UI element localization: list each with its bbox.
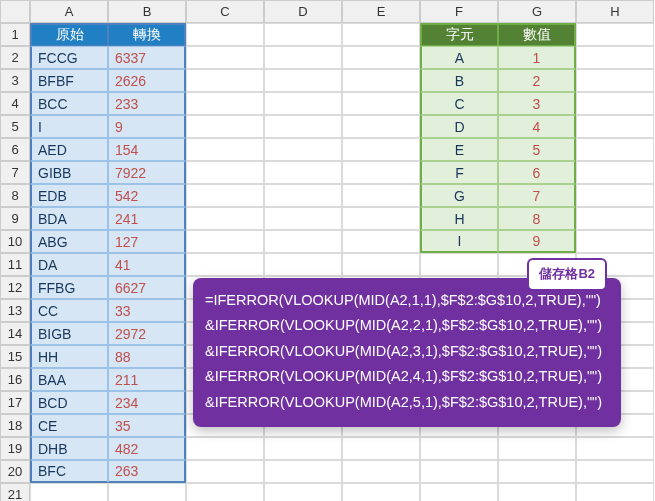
empty-cell[interactable] [186,184,264,207]
data-converted[interactable]: 263 [108,460,186,483]
data-char[interactable]: E [420,138,498,161]
data-converted[interactable]: 88 [108,345,186,368]
data-converted[interactable]: 2626 [108,69,186,92]
data-converted[interactable]: 6627 [108,276,186,299]
data-converted[interactable]: 6337 [108,46,186,69]
data-original[interactable]: BCC [30,92,108,115]
empty-cell[interactable] [264,437,342,460]
empty-cell[interactable] [264,92,342,115]
empty-cell[interactable] [186,46,264,69]
empty-cell[interactable] [342,437,420,460]
row-header[interactable]: 17 [0,391,30,414]
empty-cell[interactable] [342,230,420,253]
empty-cell[interactable] [498,483,576,501]
column-header[interactable]: B [108,0,186,23]
row-header[interactable]: 18 [0,414,30,437]
data-converted[interactable]: 482 [108,437,186,460]
empty-cell[interactable] [186,69,264,92]
column-header[interactable]: C [186,0,264,23]
empty-cell[interactable] [576,138,654,161]
empty-cell[interactable] [186,138,264,161]
data-char[interactable]: B [420,69,498,92]
empty-cell[interactable] [576,23,654,46]
empty-cell[interactable] [342,483,420,501]
column-header[interactable]: D [264,0,342,23]
data-converted[interactable]: 41 [108,253,186,276]
empty-cell[interactable] [264,46,342,69]
empty-cell[interactable] [264,230,342,253]
column-header[interactable]: E [342,0,420,23]
empty-cell[interactable] [342,92,420,115]
row-header[interactable]: 4 [0,92,30,115]
data-value[interactable]: 2 [498,69,576,92]
empty-cell[interactable] [498,437,576,460]
row-header[interactable]: 13 [0,299,30,322]
data-original[interactable]: HH [30,345,108,368]
empty-cell[interactable] [576,92,654,115]
row-header[interactable]: 6 [0,138,30,161]
data-char[interactable]: G [420,184,498,207]
data-original[interactable]: CC [30,299,108,322]
row-header[interactable]: 14 [0,322,30,345]
data-original[interactable]: BDA [30,207,108,230]
row-header[interactable]: 7 [0,161,30,184]
empty-cell[interactable] [264,253,342,276]
column-header[interactable]: F [420,0,498,23]
row-header[interactable]: 10 [0,230,30,253]
data-value[interactable]: 9 [498,230,576,253]
data-char[interactable]: A [420,46,498,69]
data-original[interactable]: AED [30,138,108,161]
empty-cell[interactable] [420,437,498,460]
empty-cell[interactable] [342,46,420,69]
empty-cell[interactable] [186,207,264,230]
data-char[interactable]: I [420,230,498,253]
empty-cell[interactable] [342,161,420,184]
data-converted[interactable]: 9 [108,115,186,138]
empty-cell[interactable] [264,460,342,483]
data-converted[interactable]: 233 [108,92,186,115]
data-original[interactable]: CE [30,414,108,437]
empty-cell[interactable] [186,460,264,483]
data-converted[interactable]: 234 [108,391,186,414]
data-char[interactable]: F [420,161,498,184]
empty-cell[interactable] [342,207,420,230]
empty-cell[interactable] [342,69,420,92]
data-char[interactable]: C [420,92,498,115]
empty-cell[interactable] [576,207,654,230]
empty-cell[interactable] [420,483,498,501]
empty-cell[interactable] [186,230,264,253]
empty-cell[interactable] [186,92,264,115]
row-header[interactable]: 11 [0,253,30,276]
row-header[interactable]: 21 [0,483,30,501]
empty-cell[interactable] [342,184,420,207]
data-original[interactable]: GIBB [30,161,108,184]
empty-cell[interactable] [576,161,654,184]
empty-cell[interactable] [264,483,342,501]
data-original[interactable]: ABG [30,230,108,253]
data-char[interactable]: D [420,115,498,138]
row-header[interactable]: 19 [0,437,30,460]
data-value[interactable]: 6 [498,161,576,184]
empty-cell[interactable] [264,69,342,92]
empty-cell[interactable] [264,207,342,230]
empty-cell[interactable] [186,23,264,46]
row-header[interactable]: 2 [0,46,30,69]
empty-cell[interactable] [264,115,342,138]
data-converted[interactable]: 33 [108,299,186,322]
row-header[interactable]: 5 [0,115,30,138]
row-header[interactable]: 16 [0,368,30,391]
empty-cell[interactable] [108,483,186,501]
empty-cell[interactable] [498,460,576,483]
column-header[interactable]: H [576,0,654,23]
empty-cell[interactable] [342,23,420,46]
row-header[interactable]: 1 [0,23,30,46]
empty-cell[interactable] [342,138,420,161]
empty-cell[interactable] [264,138,342,161]
data-original[interactable]: DHB [30,437,108,460]
data-original[interactable]: BIGB [30,322,108,345]
row-header[interactable]: 9 [0,207,30,230]
empty-cell[interactable] [576,437,654,460]
empty-cell[interactable] [264,23,342,46]
data-value[interactable]: 4 [498,115,576,138]
empty-cell[interactable] [342,253,420,276]
